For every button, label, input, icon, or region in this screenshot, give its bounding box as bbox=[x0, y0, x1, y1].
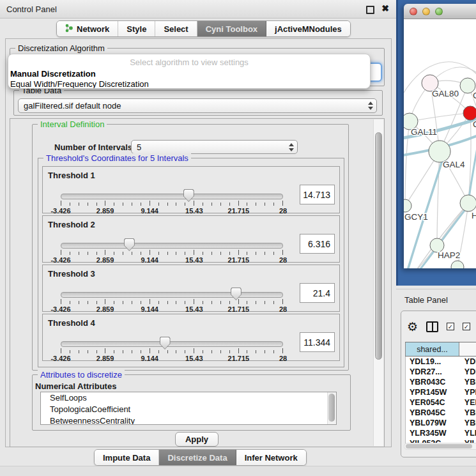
cell-shared-name[interactable]: YDR27... bbox=[406, 367, 458, 376]
network-node[interactable] bbox=[404, 199, 411, 212]
apply-button[interactable]: Apply bbox=[175, 432, 219, 447]
cell-name[interactable]: YER0 bbox=[458, 398, 476, 407]
cell-name[interactable]: YDR2 bbox=[458, 367, 476, 376]
network-node[interactable] bbox=[460, 195, 476, 211]
table-data-select[interactable]: galFiltered.sif default node bbox=[18, 98, 377, 113]
tick-mark bbox=[176, 301, 176, 304]
tick-mark bbox=[229, 350, 230, 353]
tick-mark bbox=[88, 252, 88, 255]
split-columns-icon[interactable] bbox=[426, 321, 438, 332]
threshold-slider[interactable]: -3.4262.8599.14415.4321.71528 bbox=[61, 188, 283, 213]
settings-scrollbar[interactable] bbox=[373, 119, 383, 446]
numerical-attributes-list[interactable]: SelfLoopsTopologicalCoefficientBetweenne… bbox=[40, 392, 337, 425]
checkbox-icon[interactable]: ✓ bbox=[463, 323, 470, 330]
cell-name[interactable]: YDL1 bbox=[458, 357, 476, 366]
float-window-icon[interactable] bbox=[366, 6, 374, 14]
cell-shared-name[interactable]: YBL079W bbox=[406, 418, 458, 427]
column-header-shared-name[interactable]: shared... bbox=[405, 342, 459, 356]
list-scrollbar-thumb[interactable] bbox=[328, 394, 335, 422]
tick-mark bbox=[220, 301, 221, 304]
attribute-list-item[interactable]: SelfLoops bbox=[41, 392, 336, 404]
cell-shared-name[interactable]: YPR145W bbox=[406, 388, 458, 397]
tab-style[interactable]: Style bbox=[118, 21, 155, 36]
tab-discretize-data[interactable]: Discretize Data bbox=[159, 450, 236, 465]
slider-thumb[interactable] bbox=[124, 238, 135, 251]
threshold-value-field[interactable] bbox=[300, 234, 335, 254]
scale-label: 2.859 bbox=[96, 207, 114, 215]
cell-shared-name[interactable]: YLR345W bbox=[406, 429, 458, 438]
attribute-list-item[interactable]: BetweennessCentrality bbox=[41, 415, 336, 425]
tick-mark bbox=[229, 301, 230, 304]
tick-mark bbox=[70, 350, 70, 353]
num-intervals-select[interactable]: 5 bbox=[131, 140, 298, 154]
slider-thumb[interactable] bbox=[183, 189, 194, 202]
cell-name[interactable]: YBR0 bbox=[458, 378, 476, 387]
cell-name[interactable]: YBL0 bbox=[458, 418, 476, 427]
scale-label: -3.426 bbox=[50, 207, 70, 215]
close-icon[interactable]: ✖ bbox=[381, 4, 389, 13]
zoom-traffic-light-icon[interactable] bbox=[435, 8, 443, 15]
slider-track[interactable] bbox=[61, 243, 283, 249]
slider-thumb[interactable] bbox=[160, 337, 171, 349]
tick-mark bbox=[194, 299, 194, 304]
table-panel: ⚙ ✓ ✓ shared... n YDL19...YDL1YDR27...YD… bbox=[401, 311, 476, 457]
table-hscrollbar-thumb[interactable] bbox=[406, 444, 472, 449]
cell-shared-name[interactable]: YDL19... bbox=[406, 357, 458, 366]
tick-mark bbox=[61, 201, 61, 206]
tab-network[interactable]: Network bbox=[57, 21, 118, 36]
threshold-value-field[interactable] bbox=[300, 332, 335, 352]
threshold-slider[interactable]: -3.4262.8599.14415.4321.71528 bbox=[61, 238, 283, 262]
gear-icon[interactable]: ⚙ bbox=[407, 321, 418, 333]
slider-track[interactable] bbox=[61, 194, 283, 199]
threshold-slider[interactable]: -3.4262.8599.14415.4321.71528 bbox=[61, 336, 283, 360]
cell-name[interactable]: YBR0 bbox=[458, 408, 476, 417]
network-node[interactable] bbox=[429, 141, 450, 162]
cell-shared-name[interactable]: YER054C bbox=[406, 398, 458, 407]
table-row[interactable]: YBL079WYBL0 bbox=[406, 418, 476, 428]
settings-scrollbar-thumb[interactable] bbox=[375, 132, 382, 360]
slider-thumb[interactable] bbox=[231, 288, 242, 300]
tick-mark bbox=[194, 250, 194, 255]
list-scrollbar[interactable] bbox=[327, 392, 336, 424]
threshold-slider[interactable]: -3.4262.8599.14415.4321.71528 bbox=[61, 287, 283, 311]
network-canvas[interactable]: GAL80GAL11GAL4GCY1HAP2GCH bbox=[404, 19, 476, 268]
threshold-value-field[interactable] bbox=[300, 283, 335, 303]
table-row[interactable]: YDL19...YDL1 bbox=[406, 357, 476, 367]
table-row[interactable]: YBR043CYBR0 bbox=[406, 377, 476, 387]
slider-track[interactable] bbox=[61, 292, 283, 298]
popup-option-manual[interactable]: Manual Discretization bbox=[10, 69, 370, 79]
column-header-name[interactable]: n bbox=[459, 342, 476, 356]
tab-infer-network[interactable]: Infer Network bbox=[236, 450, 306, 465]
tick-mark bbox=[265, 350, 265, 353]
cell-shared-name[interactable]: YBR043C bbox=[406, 378, 458, 387]
popup-option-equal-width[interactable]: Equal Width/Frequency Discretization bbox=[10, 79, 370, 89]
tab-select[interactable]: Select bbox=[155, 21, 197, 36]
cell-shared-name[interactable]: YBR045C bbox=[406, 408, 458, 417]
tab-label: jActiveMNodules bbox=[275, 24, 342, 34]
table-row[interactable]: YPR145WYPR1 bbox=[406, 387, 476, 397]
tick-mark bbox=[123, 252, 123, 255]
table-row[interactable]: YDR27...YDR2 bbox=[406, 367, 476, 377]
network-window-titlebar[interactable] bbox=[404, 4, 476, 19]
table-row[interactable]: YLR345WYLR3 bbox=[406, 428, 476, 438]
tick-mark bbox=[141, 203, 141, 206]
slider-track[interactable] bbox=[61, 341, 283, 347]
network-node[interactable] bbox=[463, 106, 476, 120]
checkbox-icon[interactable]: ✓ bbox=[447, 323, 454, 330]
tick-mark bbox=[96, 203, 97, 206]
threshold-value-field[interactable] bbox=[300, 185, 335, 204]
minimize-traffic-light-icon[interactable] bbox=[422, 8, 430, 15]
tab-jactivemnodules[interactable]: jActiveMNodules bbox=[266, 21, 350, 36]
cell-name[interactable]: YLR3 bbox=[458, 429, 476, 438]
table-row[interactable]: YER054CYER0 bbox=[406, 397, 476, 408]
cell-name[interactable]: YPR1 bbox=[458, 388, 476, 397]
tab-cyni-toolbox[interactable]: Cyni Toolbox bbox=[197, 21, 266, 36]
tab-impute-data[interactable]: Impute Data bbox=[95, 450, 159, 465]
attribute-list-item[interactable]: TopologicalCoefficient bbox=[41, 404, 336, 415]
threshold-label: Threshold 4 bbox=[48, 318, 95, 328]
group-title: Discretization Algorithm bbox=[15, 43, 107, 53]
network-node[interactable] bbox=[451, 261, 464, 268]
table-hscrollbar[interactable] bbox=[404, 443, 476, 450]
close-traffic-light-icon[interactable] bbox=[410, 8, 417, 15]
table-row[interactable]: YBR045CYBR0 bbox=[406, 408, 476, 418]
